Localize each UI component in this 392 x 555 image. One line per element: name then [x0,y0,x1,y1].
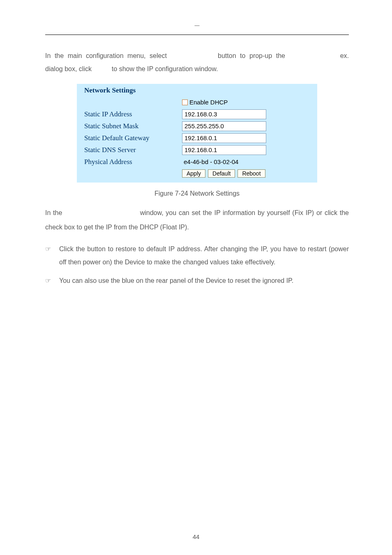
label-dns-server: Static DNS Server [84,146,182,154]
header-dash: — [195,23,200,28]
label-subnet-mask: Static Subnet Mask [84,122,182,130]
label-physical-address: Physical Address [84,158,182,166]
static-ip-input[interactable] [182,109,266,119]
label-default-gateway: Static Default Gateway [84,134,182,142]
page-number: 44 [0,533,392,540]
explain-paragraph: In the window, you can set the IP inform… [45,206,349,234]
label-static-ip: Static IP Address [84,110,182,118]
subnet-mask-input[interactable] [182,121,266,131]
bullet-icon: ☞ [45,243,59,268]
bullet-text-2: You can also use the blue on the rear pa… [59,274,349,287]
page-header: — [45,18,349,35]
bullet-text-1: Click the button to restore to default I… [59,243,349,268]
panel-title: Network Settings [84,86,311,95]
network-settings-panel: Network Settings Enable DHCP Static IP A… [77,84,317,183]
figure-caption: Figure 7-24 Network Settings [45,190,349,197]
apply-button[interactable]: Apply [182,169,205,178]
enable-dhcp-label: Enable DHCP [189,99,228,106]
default-gateway-input[interactable] [182,133,266,143]
physical-address-value: e4-46-bd - 03-02-04 [182,158,238,165]
intro-paragraph: In the main configuration menu, select b… [45,49,349,76]
enable-dhcp-checkbox[interactable] [182,99,188,105]
default-button[interactable]: Default [208,169,235,178]
bullet-icon: ☞ [45,274,59,287]
dns-server-input[interactable] [182,145,266,155]
reboot-button[interactable]: Reboot [238,169,265,178]
